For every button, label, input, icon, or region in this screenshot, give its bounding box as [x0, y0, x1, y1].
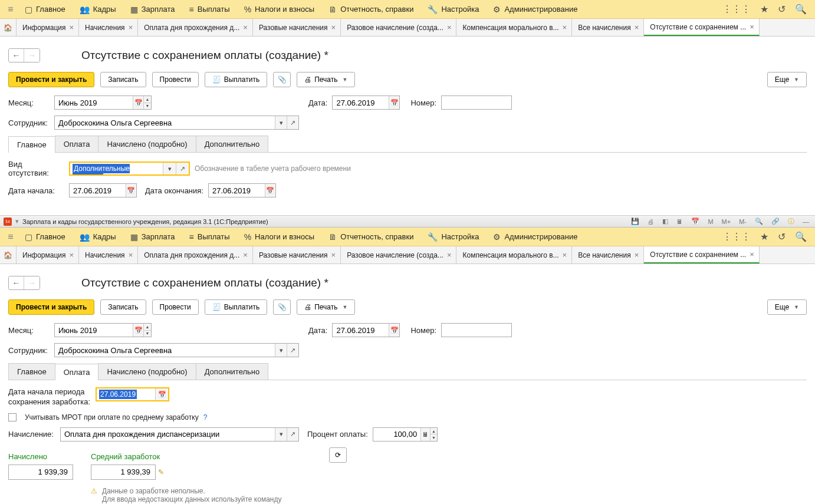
nav-settings[interactable]: 🔧Настройка [420, 232, 486, 242]
nav-settings[interactable]: 🔧Настройка [420, 5, 486, 14]
spin-up[interactable]: ▲ [144, 96, 151, 103]
pay-button[interactable]: 🧾Выплатить [205, 299, 268, 315]
close-icon[interactable]: × [635, 251, 639, 259]
nav-reports[interactable]: 🗎Отчетность, справки [321, 5, 420, 14]
history-icon[interactable]: ↺ [773, 4, 790, 15]
more-button[interactable]: Еще▼ [767, 72, 807, 87]
calc-icon[interactable]: 🖩 [674, 218, 685, 225]
month-field[interactable] [55, 324, 133, 337]
save-icon[interactable]: 💾 [629, 218, 642, 225]
spin-down[interactable]: ▼ [144, 331, 151, 337]
mrot-checkbox[interactable] [8, 413, 17, 421]
month-input[interactable]: 📅 ▲▼ [54, 95, 152, 110]
close-icon[interactable]: × [69, 251, 74, 259]
close-icon[interactable]: × [331, 251, 336, 259]
accrual-type-input[interactable]: ▾ ↗ [60, 427, 299, 442]
nav-zarplata[interactable]: ▦Зарплата [123, 5, 182, 14]
close-icon[interactable]: × [563, 23, 567, 32]
close-icon[interactable]: × [129, 251, 133, 259]
nav-reports[interactable]: 🗎Отчетность, справки [321, 232, 420, 242]
tab-absence[interactable]: Отсутствие с сохранением ...× [644, 19, 759, 36]
back-button[interactable]: ← [9, 49, 24, 62]
calendar-icon[interactable]: 📅 [389, 324, 399, 337]
attach-button[interactable]: 📎 [273, 299, 291, 315]
dropdown-icon[interactable]: ▾ [163, 163, 176, 174]
more-button[interactable]: Еще▼ [767, 299, 807, 315]
date-field[interactable] [333, 324, 389, 337]
back-button[interactable]: ← [9, 276, 24, 289]
tab-info[interactable]: Информация× [17, 19, 79, 36]
percent-field[interactable] [373, 428, 420, 441]
nav-zarplata[interactable]: ▦Зарплата [123, 232, 182, 242]
app-dropdown-icon[interactable]: ▾ [15, 218, 19, 225]
employee-field[interactable] [55, 116, 275, 129]
percent-input[interactable]: 🖩 ▲▼ [373, 427, 438, 442]
tab-accruals[interactable]: Начисления× [79, 246, 138, 263]
absence-type-input[interactable]: Дополнительные выходны ▾ ↗ [69, 162, 190, 176]
nav-vyplaty[interactable]: ≡Выплаты [182, 5, 237, 14]
itab-main[interactable]: Главное [8, 363, 55, 380]
forward-button[interactable]: → [24, 276, 40, 289]
hamburger-icon[interactable]: ≡ [4, 232, 18, 242]
tab-one-time-create[interactable]: Разовое начисление (созда...× [341, 19, 456, 36]
forward-button[interactable]: → [24, 49, 40, 62]
apps-icon[interactable]: ⋮⋮⋮ [718, 231, 755, 242]
spin-down[interactable]: ▼ [430, 434, 437, 441]
accrued-field[interactable] [8, 465, 73, 480]
m-minus-icon[interactable]: M- [737, 218, 749, 225]
m-plus-icon[interactable]: M+ [719, 218, 734, 225]
write-button[interactable]: Записать [100, 72, 146, 87]
post-button[interactable]: Провести [152, 72, 199, 87]
end-date-input[interactable]: 📅 [208, 183, 276, 197]
close-icon[interactable]: × [243, 251, 248, 259]
tab-absence[interactable]: Отсутствие с сохранением ...× [644, 246, 759, 263]
open-icon[interactable]: ↗ [287, 344, 298, 357]
tab-one-time[interactable]: Разовые начисления× [253, 246, 341, 263]
period-start-input[interactable]: 27.06.2019 📅 [96, 387, 169, 401]
close-icon[interactable]: × [563, 251, 567, 259]
link-icon[interactable]: 🔗 [769, 218, 782, 225]
close-icon[interactable]: × [69, 23, 74, 32]
close-icon[interactable]: × [635, 23, 639, 32]
nav-nalogi[interactable]: %Налоги и взносы [237, 232, 322, 242]
tab-payment-day[interactable]: Оплата дня прохождения д...× [138, 246, 253, 263]
number-input[interactable] [441, 95, 512, 110]
calendar-icon[interactable]: 📅 [126, 184, 136, 197]
month-field[interactable] [55, 96, 133, 109]
hamburger-icon[interactable]: ≡ [4, 4, 18, 15]
calendar-icon[interactable]: 📅 [389, 96, 399, 109]
number-field[interactable] [442, 324, 511, 337]
month-input[interactable]: 📅 ▲▼ [54, 323, 152, 337]
dropdown-icon[interactable]: ▾ [275, 116, 287, 129]
search-icon[interactable]: 🔍 [790, 4, 811, 15]
nav-kadry[interactable]: 👥Кадры [73, 232, 123, 242]
calc-icon[interactable]: 🖩 [420, 428, 430, 441]
itab-extra[interactable]: Дополнительно [196, 363, 269, 380]
tab-compensation[interactable]: Компенсация морального в...× [456, 246, 572, 263]
date-input[interactable]: 📅 [332, 95, 400, 110]
open-icon[interactable]: ↗ [176, 163, 189, 174]
nav-admin[interactable]: ⚙Администрирование [486, 5, 584, 14]
start-date-input[interactable]: 📅 [69, 183, 137, 197]
close-icon[interactable]: × [750, 250, 754, 259]
tab-info[interactable]: Информация× [17, 246, 79, 263]
employee-input[interactable]: ▾ ↗ [54, 343, 299, 357]
calendar-icon[interactable]: 📅 [133, 324, 143, 337]
tab-accruals[interactable]: Начисления× [79, 19, 138, 36]
start-date-field[interactable] [70, 184, 126, 197]
close-icon[interactable]: × [447, 251, 452, 259]
help-icon[interactable]: ? [203, 413, 208, 421]
spin-up[interactable]: ▲ [144, 324, 151, 331]
date-field[interactable] [333, 96, 389, 109]
tab-one-time-create[interactable]: Разовое начисление (созда...× [341, 246, 456, 263]
close-icon[interactable]: × [331, 23, 336, 32]
tab-one-time[interactable]: Разовые начисления× [253, 19, 341, 36]
dropdown-icon[interactable]: ▾ [275, 428, 287, 441]
itab-extra[interactable]: Дополнительно [196, 136, 269, 152]
close-icon[interactable]: × [243, 23, 248, 32]
employee-input[interactable]: ▾ ↗ [54, 116, 299, 130]
end-date-field[interactable] [209, 184, 265, 197]
m-icon[interactable]: M [705, 218, 715, 225]
tab-compensation[interactable]: Компенсация морального в...× [456, 19, 572, 36]
dropdown-icon[interactable]: ▾ [275, 344, 287, 357]
